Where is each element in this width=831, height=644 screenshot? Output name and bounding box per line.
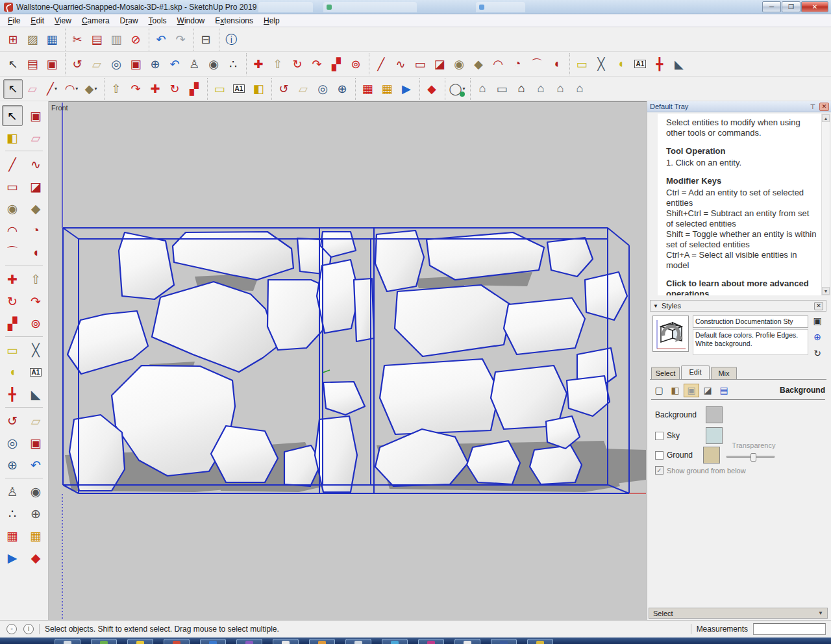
- share-model-button[interactable]: ▶: [397, 79, 416, 99]
- collapse-triangle-icon[interactable]: ▼: [653, 303, 658, 309]
- paste-button[interactable]: ▥: [106, 30, 126, 49]
- tape-measure-button[interactable]: ▭: [572, 55, 591, 74]
- stone-face[interactable]: [567, 376, 610, 416]
- rotate-button[interactable]: ↻: [288, 55, 307, 74]
- watermark-settings-button[interactable]: ◪: [700, 384, 715, 397]
- transparency-slider-thumb[interactable]: [750, 453, 756, 462]
- taskbar-app-button[interactable]: [382, 639, 408, 644]
- view-right-button[interactable]: ⌂: [531, 79, 551, 99]
- zoom-window-button[interactable]: ▣: [25, 432, 46, 453]
- model-canvas[interactable]: [49, 102, 647, 621]
- transparency-slider[interactable]: [726, 456, 775, 458]
- create-new-style-button[interactable]: ⊕: [811, 332, 824, 343]
- circle-button[interactable]: ◉: [449, 55, 469, 74]
- account-button[interactable]: ◯▾: [447, 79, 467, 99]
- extension-warehouse-button[interactable]: ▦: [25, 525, 46, 546]
- stone-face[interactable]: [530, 445, 582, 484]
- face-settings-button[interactable]: ◧: [667, 384, 683, 397]
- stone-face[interactable]: [323, 382, 365, 415]
- walk-button[interactable]: ∴: [2, 503, 23, 524]
- taskbar-app-button[interactable]: [236, 639, 262, 644]
- 3d-warehouse-button[interactable]: ▦: [358, 79, 377, 99]
- follow-me-button[interactable]: ↷: [126, 79, 145, 99]
- styles-close-icon[interactable]: ✕: [814, 302, 823, 310]
- cut-button[interactable]: ✂: [68, 30, 87, 49]
- eraser-button[interactable]: ▱: [23, 79, 42, 99]
- paint-bucket-button[interactable]: ◧: [2, 127, 23, 148]
- view-back-button[interactable]: ⌂: [551, 79, 570, 99]
- dropdown-arrow-icon[interactable]: ▾: [463, 86, 465, 92]
- taskbar-app-button[interactable]: [164, 639, 190, 644]
- sky-color-swatch[interactable]: [706, 427, 723, 444]
- 3d-warehouse-button[interactable]: ▦: [2, 525, 23, 546]
- dimension-button[interactable]: ╳: [25, 340, 46, 360]
- polygon-button[interactable]: ◆: [25, 198, 46, 219]
- line-button[interactable]: ╱: [371, 55, 391, 74]
- zoom-button[interactable]: ◎: [106, 55, 126, 74]
- look-around-button[interactable]: ◉: [204, 55, 223, 74]
- menu-edit[interactable]: Edit: [25, 15, 49, 27]
- share-model-button[interactable]: ▶: [2, 547, 23, 568]
- menu-draw[interactable]: Draw: [115, 15, 143, 27]
- stone-face[interactable]: [375, 230, 424, 291]
- menu-extensions[interactable]: Extensions: [210, 15, 258, 27]
- walk-button[interactable]: ∴: [223, 55, 243, 74]
- close-button[interactable]: ✕: [801, 1, 828, 12]
- show-secondary-pane-button[interactable]: ▣: [811, 316, 824, 327]
- zoom-button[interactable]: ◎: [313, 79, 332, 99]
- windows-taskbar[interactable]: [0, 638, 831, 644]
- look-around-button[interactable]: ◉: [25, 481, 46, 502]
- orbit-button[interactable]: ↺: [274, 79, 293, 99]
- arc-button[interactable]: ◠: [2, 220, 23, 241]
- move-button[interactable]: ✚: [145, 79, 165, 99]
- scroll-down-icon[interactable]: ▼: [822, 287, 830, 295]
- stone-group[interactable]: [68, 230, 627, 492]
- extension-button[interactable]: ◆: [25, 547, 46, 568]
- rotate-button[interactable]: ↻: [165, 79, 184, 99]
- menu-file[interactable]: File: [3, 15, 25, 27]
- select-button[interactable]: ↖: [2, 105, 23, 126]
- advanced-operations-link[interactable]: Click to learn about more advanced opera…: [666, 279, 817, 295]
- extension-button[interactable]: ◆: [422, 79, 441, 99]
- stone-face[interactable]: [68, 311, 148, 374]
- follow-me-button[interactable]: ↷: [25, 291, 46, 312]
- stone-face[interactable]: [395, 285, 512, 356]
- model-viewport[interactable]: Front: [49, 101, 647, 620]
- taskbar-app-button[interactable]: [527, 639, 553, 644]
- menu-camera[interactable]: Camera: [77, 15, 115, 27]
- three-point-arc-button[interactable]: ◖: [547, 55, 566, 74]
- save-button[interactable]: ▦: [42, 30, 62, 49]
- dropdown-arrow-icon[interactable]: ▾: [94, 86, 97, 92]
- freehand-button[interactable]: ∿: [25, 154, 46, 175]
- section-plane-button[interactable]: ◣: [25, 384, 46, 404]
- help-info-icon[interactable]: i: [23, 624, 34, 634]
- expand-arrow-icon[interactable]: ▼: [818, 610, 823, 616]
- move-button[interactable]: ✚: [249, 55, 268, 74]
- menu-tools[interactable]: Tools: [143, 15, 172, 27]
- orbit-button[interactable]: ↺: [2, 410, 23, 431]
- taskbar-app-button[interactable]: [309, 639, 335, 644]
- stone-face[interactable]: [315, 416, 357, 492]
- offset-button[interactable]: ⊚: [25, 313, 46, 334]
- minimize-button[interactable]: ─: [762, 1, 781, 12]
- stone-face[interactable]: [211, 426, 278, 482]
- navigation-compass-button[interactable]: ⊕: [25, 503, 46, 524]
- position-camera-button[interactable]: ♙: [2, 481, 23, 502]
- shapes-button[interactable]: ◆▾: [81, 79, 101, 99]
- axes-button[interactable]: ╋: [2, 384, 23, 404]
- zoom-extents-button[interactable]: ⊕: [332, 79, 352, 99]
- protractor-button[interactable]: ◖: [2, 362, 23, 382]
- paint-bucket-button[interactable]: ◧: [249, 79, 268, 99]
- circle-button[interactable]: ◉: [2, 198, 23, 219]
- pie-button[interactable]: ◔: [508, 55, 527, 74]
- text-button[interactable]: A1: [25, 362, 46, 382]
- zoom-window-button[interactable]: ▣: [126, 55, 145, 74]
- dimension-button[interactable]: ╳: [591, 55, 611, 74]
- taskbar-app-button[interactable]: [55, 639, 81, 644]
- scale-button[interactable]: ▞: [184, 79, 204, 99]
- make-component-button[interactable]: ▣: [42, 55, 62, 74]
- stone-face[interactable]: [585, 272, 627, 320]
- previous-view-button[interactable]: ↶: [25, 454, 46, 475]
- extension-warehouse-button[interactable]: ▦: [377, 79, 397, 99]
- stone-face[interactable]: [119, 232, 174, 299]
